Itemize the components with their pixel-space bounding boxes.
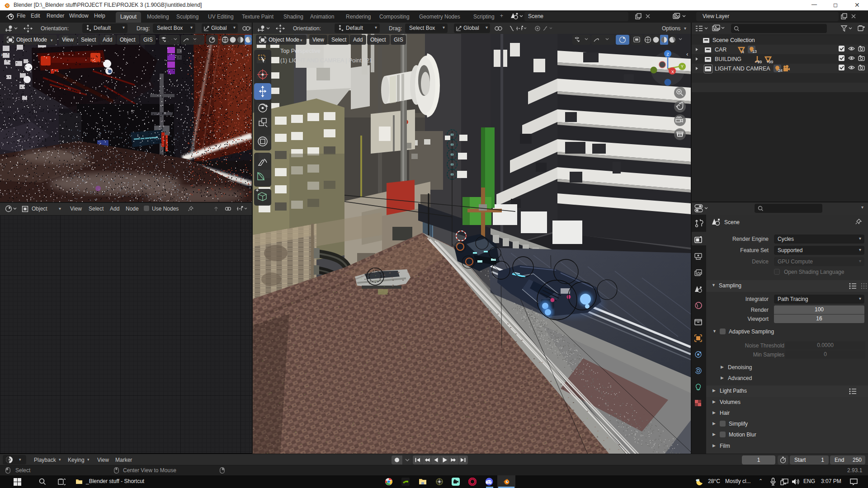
svg-text:Add: Add (353, 37, 363, 43)
svg-text:GIS: GIS (143, 37, 153, 43)
svg-text:›: › (1, 51, 3, 58)
svg-text:Z: Z (666, 52, 669, 56)
svg-text:13: 13 (752, 49, 757, 54)
svg-text:Top Perspective: Top Perspective (280, 48, 321, 54)
svg-text:▾: ▾ (300, 38, 302, 42)
svg-text:▾: ▾ (51, 38, 53, 42)
svg-text:GIS: GIS (394, 37, 403, 43)
svg-text:Object Mode: Object Mode (269, 37, 299, 43)
svg-text:(1) LIGHT AND CAMREA | Point.0: (1) LIGHT AND CAMREA | Point.021 (280, 57, 373, 64)
svg-text:Scene Collection: Scene Collection (712, 37, 755, 43)
svg-text:LIGHT AND CAMREA: LIGHT AND CAMREA (715, 66, 770, 72)
svg-text:CAR: CAR (715, 47, 726, 53)
svg-text:Add: Add (103, 37, 112, 43)
svg-text:‹: ‹ (247, 51, 249, 58)
svg-text:BUILDING: BUILDING (715, 56, 741, 62)
svg-text:View: View (312, 37, 324, 43)
svg-text:4: 4 (742, 50, 744, 54)
svg-text:+99: +99 (755, 60, 762, 64)
svg-text:X: X (671, 70, 674, 74)
svg-text:Select: Select (331, 37, 347, 43)
svg-text:Object Mode: Object Mode (16, 37, 47, 43)
svg-text:Object: Object (370, 37, 386, 43)
svg-text:Y: Y (681, 64, 684, 69)
svg-text:‹: ‹ (686, 51, 688, 57)
svg-text:24: 24 (778, 68, 783, 73)
svg-text:+99: +99 (766, 60, 773, 64)
svg-text:Select: Select (81, 37, 96, 43)
svg-text:Object: Object (120, 37, 136, 43)
svg-text:View: View (62, 37, 74, 43)
